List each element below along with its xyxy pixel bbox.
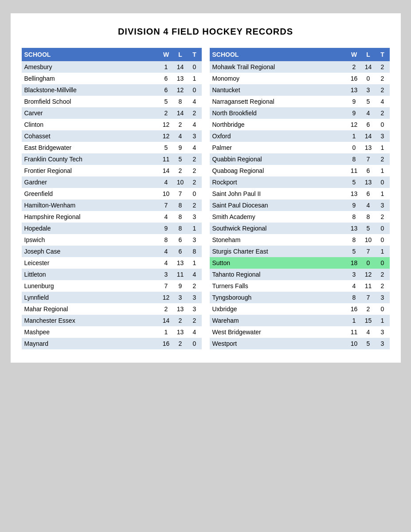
table-row: Turners Falls 4 11 2 — [210, 280, 390, 292]
table-row: Tyngsborough 8 7 3 — [210, 292, 390, 303]
l-cell: 13 — [361, 176, 376, 188]
w-cell: 9 — [159, 223, 173, 234]
w-cell: 8 — [347, 292, 361, 303]
l-cell: 14 — [173, 107, 188, 119]
table-row: Saint Paul Diocesan 9 4 3 — [210, 200, 390, 211]
l-cell: 13 — [173, 326, 188, 338]
table-row: Maynard 16 2 0 — [22, 338, 202, 349]
w-cell: 1 — [159, 326, 173, 338]
w-cell: 1 — [159, 61, 173, 73]
w-cell: 14 — [159, 165, 173, 176]
table-row: Wareham 1 15 1 — [210, 315, 390, 326]
w-cell: 4 — [159, 246, 173, 257]
school-cell: Wareham — [210, 315, 347, 326]
l-cell: 6 — [361, 188, 376, 200]
school-cell: Bromfield School — [22, 96, 159, 107]
t-cell: 2 — [376, 61, 390, 73]
w-cell: 8 — [347, 234, 361, 246]
t-cell: 2 — [188, 315, 202, 326]
table-row: Sutton 18 0 0 — [210, 257, 390, 269]
l-cell: 7 — [361, 153, 376, 165]
w-cell: 5 — [347, 246, 361, 257]
l-cell: 3 — [361, 84, 376, 96]
t-cell: 0 — [376, 257, 390, 269]
w-cell: 10 — [347, 338, 361, 349]
t-cell: 2 — [188, 176, 202, 188]
w-cell: 16 — [347, 73, 361, 84]
w-cell: 2 — [159, 303, 173, 315]
t-cell: 3 — [376, 200, 390, 211]
t-cell: 0 — [188, 188, 202, 200]
w-cell: 11 — [347, 165, 361, 176]
l-cell: 15 — [361, 315, 376, 326]
w-cell: 2 — [347, 61, 361, 73]
school-cell: Stoneham — [210, 234, 347, 246]
table-row: Tahanto Regional 3 12 2 — [210, 269, 390, 280]
school-cell: Bellingham — [22, 73, 159, 84]
t-cell: 4 — [188, 142, 202, 153]
w-cell: 5 — [159, 96, 173, 107]
table-row: Mashpee 1 13 4 — [22, 326, 202, 338]
table-row: Westport 10 5 3 — [210, 338, 390, 349]
table-row: Quabbin Regional 8 7 2 — [210, 153, 390, 165]
table-row: Saint John Paul II 13 6 1 — [210, 188, 390, 200]
table-row: Quaboag Regional 11 6 1 — [210, 165, 390, 176]
school-cell: Sutton — [210, 257, 347, 269]
school-cell: Northbridge — [210, 119, 347, 130]
school-cell: Lynnfield — [22, 292, 159, 303]
left-table-body: Amesbury 1 14 0 Bellingham 6 13 1 Blacks… — [22, 61, 202, 349]
table-row: Northbridge 12 6 0 — [210, 119, 390, 130]
table-row: Stoneham 8 10 0 — [210, 234, 390, 246]
t-cell: 1 — [188, 73, 202, 84]
l-cell: 14 — [361, 61, 376, 73]
l-cell: 13 — [173, 303, 188, 315]
school-cell: Ipswich — [22, 234, 159, 246]
t-cell: 3 — [376, 130, 390, 142]
t-cell: 3 — [376, 326, 390, 338]
table-row: Mahar Regional 2 13 3 — [22, 303, 202, 315]
t-cell: 0 — [376, 176, 390, 188]
left-l-header: L — [173, 48, 188, 61]
table-row: Rockport 5 13 0 — [210, 176, 390, 188]
school-cell: Leicester — [22, 257, 159, 269]
w-cell: 11 — [159, 153, 173, 165]
school-cell: Mahar Regional — [22, 303, 159, 315]
w-cell: 16 — [347, 303, 361, 315]
t-cell: 1 — [376, 315, 390, 326]
school-cell: Tyngsborough — [210, 292, 347, 303]
school-cell: Quabbin Regional — [210, 153, 347, 165]
w-cell: 13 — [347, 84, 361, 96]
school-cell: Frontier Regional — [22, 165, 159, 176]
school-cell: Oxford — [210, 130, 347, 142]
w-cell: 9 — [347, 107, 361, 119]
table-row: Hampshire Regional 4 8 3 — [22, 211, 202, 223]
w-cell: 4 — [347, 280, 361, 292]
t-cell: 1 — [188, 223, 202, 234]
w-cell: 0 — [347, 142, 361, 153]
l-cell: 2 — [173, 315, 188, 326]
l-cell: 6 — [361, 165, 376, 176]
table-row: Hamilton-Wenham 7 8 2 — [22, 200, 202, 211]
t-cell: 4 — [188, 326, 202, 338]
w-cell: 6 — [159, 84, 173, 96]
school-cell: Amesbury — [22, 61, 159, 73]
l-cell: 13 — [173, 257, 188, 269]
table-row: Southwick Regional 13 5 0 — [210, 223, 390, 234]
l-cell: 6 — [361, 119, 376, 130]
w-cell: 2 — [159, 107, 173, 119]
left-table-wrapper: SCHOOL W L T Amesbury 1 14 0 Bellingham … — [22, 48, 202, 349]
l-cell: 4 — [361, 200, 376, 211]
l-cell: 8 — [173, 211, 188, 223]
table-row: Amesbury 1 14 0 — [22, 61, 202, 73]
w-cell: 12 — [159, 119, 173, 130]
t-cell: 3 — [376, 292, 390, 303]
t-cell: 3 — [188, 130, 202, 142]
l-cell: 4 — [361, 326, 376, 338]
table-row: Oxford 1 14 3 — [210, 130, 390, 142]
school-cell: Hopedale — [22, 223, 159, 234]
w-cell: 12 — [159, 130, 173, 142]
school-cell: Littleton — [22, 269, 159, 280]
w-cell: 4 — [159, 257, 173, 269]
school-cell: Franklin County Tech — [22, 153, 159, 165]
right-w-header: W — [347, 48, 361, 61]
